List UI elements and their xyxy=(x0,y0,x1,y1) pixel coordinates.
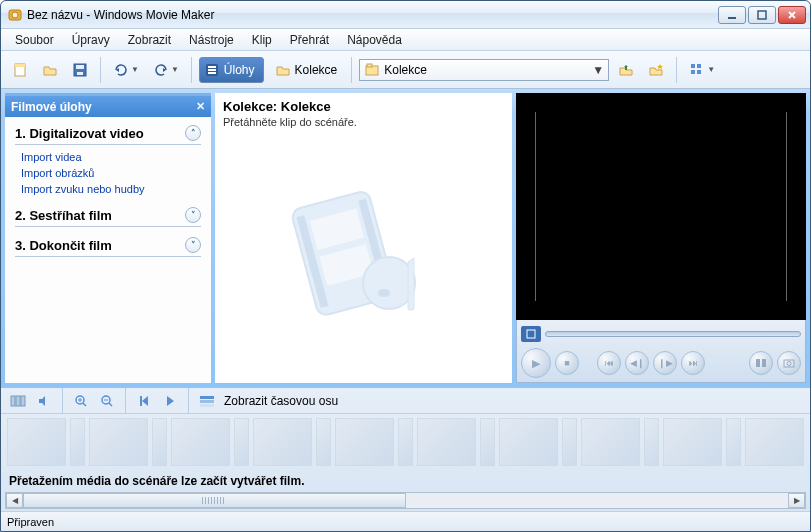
new-project-button[interactable] xyxy=(7,57,33,83)
show-timeline-icon[interactable] xyxy=(196,391,218,411)
task-link-import-images[interactable]: Import obrázků xyxy=(21,165,201,181)
chevron-down-icon: ▼ xyxy=(131,65,139,74)
task-group-header[interactable]: 3. Dokončit film ˅ xyxy=(15,237,201,257)
play-storyboard-button[interactable] xyxy=(159,391,181,411)
task-link-import-video[interactable]: Import videa xyxy=(21,149,201,165)
collections-button[interactable]: Kolekce xyxy=(268,57,345,83)
rewind-button[interactable] xyxy=(133,391,155,411)
fullscreen-button[interactable] xyxy=(521,326,541,342)
menu-clip[interactable]: Klip xyxy=(244,31,280,49)
toolbar-separator xyxy=(62,388,63,414)
tasks-close-button[interactable]: ✕ xyxy=(196,100,205,113)
window-buttons xyxy=(718,6,806,24)
audio-levels-button[interactable] xyxy=(33,391,55,411)
svg-rect-27 xyxy=(756,359,760,367)
collection-title: Kolekce: Kolekce xyxy=(223,99,504,114)
view-mode-button[interactable]: ▼ xyxy=(684,57,720,83)
storyboard-toolbar: Zobrazit časovou osu xyxy=(1,388,810,414)
zoom-out-button[interactable] xyxy=(96,391,118,411)
location-combo[interactable]: Kolekce ▼ xyxy=(359,59,609,81)
storyboard-cell[interactable] xyxy=(417,418,476,466)
storyboard-cell[interactable] xyxy=(171,418,230,466)
storyboard-strip[interactable] xyxy=(1,414,810,470)
scroll-grip-icon xyxy=(202,497,226,504)
task-group-header[interactable]: 2. Sestříhat film ˅ xyxy=(15,207,201,227)
svg-rect-17 xyxy=(691,70,695,74)
storyboard-cell[interactable] xyxy=(745,418,804,466)
open-project-button[interactable] xyxy=(37,57,63,83)
collection-subtitle: Přetáhněte klip do scénáře. xyxy=(223,116,504,128)
tasks-icon xyxy=(204,62,220,78)
storyboard-transition[interactable] xyxy=(70,418,85,466)
storyboard-cell[interactable] xyxy=(253,418,312,466)
scroll-right-button[interactable]: ▶ xyxy=(788,493,805,508)
menu-tools[interactable]: Nástroje xyxy=(181,31,242,49)
watermark-icon xyxy=(274,163,454,343)
storyboard-transition[interactable] xyxy=(480,418,495,466)
svg-point-24 xyxy=(363,257,415,309)
chevron-down-icon: ▼ xyxy=(707,65,715,74)
storyboard-hint: Přetažením média do scénáře lze začít vy… xyxy=(1,470,810,492)
title-bar: Bez názvu - Windows Movie Maker xyxy=(1,1,810,29)
scroll-track[interactable] xyxy=(23,493,788,508)
toolbar-separator xyxy=(125,388,126,414)
play-button[interactable]: ▶ xyxy=(521,348,551,378)
maximize-button[interactable] xyxy=(748,6,776,24)
prev-button[interactable]: ⏮ xyxy=(597,351,621,375)
storyboard-transition[interactable] xyxy=(644,418,659,466)
menu-view[interactable]: Zobrazit xyxy=(120,31,179,49)
task-link-import-audio[interactable]: Import zvuku nebo hudby xyxy=(21,181,201,197)
folder-icon xyxy=(275,62,291,78)
menu-play[interactable]: Přehrát xyxy=(282,31,337,49)
storyboard-transition[interactable] xyxy=(316,418,331,466)
svg-rect-12 xyxy=(208,72,216,74)
storyboard-cell[interactable] xyxy=(7,418,66,466)
toolbar-separator xyxy=(188,388,189,414)
seek-bar[interactable] xyxy=(545,331,801,337)
scroll-thumb[interactable] xyxy=(23,493,406,508)
menu-help[interactable]: Nápověda xyxy=(339,31,410,49)
step-forward-button[interactable]: ❙▶ xyxy=(653,351,677,375)
minimize-button[interactable] xyxy=(718,6,746,24)
up-level-button[interactable] xyxy=(613,57,639,83)
svg-rect-16 xyxy=(697,64,701,68)
toolbar-separator xyxy=(191,57,192,83)
preview-monitor xyxy=(516,93,806,320)
storyboard-transition[interactable] xyxy=(234,418,249,466)
svg-rect-36 xyxy=(140,396,142,406)
storyboard-cell[interactable] xyxy=(663,418,722,466)
menu-file[interactable]: Soubor xyxy=(7,31,62,49)
redo-button[interactable]: ▼ xyxy=(148,57,184,83)
storyboard-transition[interactable] xyxy=(152,418,167,466)
storyboard-scrollbar[interactable]: ◀ ▶ xyxy=(5,492,806,509)
show-timeline-label[interactable]: Zobrazit časovou osu xyxy=(224,394,338,408)
chevron-down-icon: ˅ xyxy=(185,237,201,253)
close-button[interactable] xyxy=(778,6,806,24)
step-back-button[interactable]: ◀❙ xyxy=(625,351,649,375)
storyboard-cell[interactable] xyxy=(89,418,148,466)
split-clip-button[interactable] xyxy=(749,351,773,375)
take-picture-button[interactable] xyxy=(777,351,801,375)
storyboard-cell[interactable] xyxy=(581,418,640,466)
storyboard-cell[interactable] xyxy=(335,418,394,466)
new-collection-button[interactable] xyxy=(643,57,669,83)
save-project-button[interactable] xyxy=(67,57,93,83)
chevron-down-icon: ˅ xyxy=(185,207,201,223)
next-button[interactable]: ⏭ xyxy=(681,351,705,375)
menu-edit[interactable]: Úpravy xyxy=(64,31,118,49)
task-group-title: 2. Sestříhat film xyxy=(15,208,112,223)
preview-button-row: ▶ ■ ⏮ ◀❙ ❙▶ ⏭ xyxy=(521,348,801,378)
tasks-toggle[interactable]: Úlohy xyxy=(199,57,264,83)
undo-button[interactable]: ▼ xyxy=(108,57,144,83)
task-group-finish: 3. Dokončit film ˅ xyxy=(15,237,201,257)
scroll-left-button[interactable]: ◀ xyxy=(6,493,23,508)
zoom-in-button[interactable] xyxy=(70,391,92,411)
storyboard-transition[interactable] xyxy=(726,418,741,466)
storyboard-cell[interactable] xyxy=(499,418,558,466)
task-group-header[interactable]: 1. Digitalizovat video ˄ xyxy=(15,125,201,145)
storyboard-view-button[interactable] xyxy=(7,391,29,411)
storyboard-transition[interactable] xyxy=(562,418,577,466)
stop-button[interactable]: ■ xyxy=(555,351,579,375)
storyboard-transition[interactable] xyxy=(398,418,413,466)
app-icon xyxy=(7,7,23,23)
